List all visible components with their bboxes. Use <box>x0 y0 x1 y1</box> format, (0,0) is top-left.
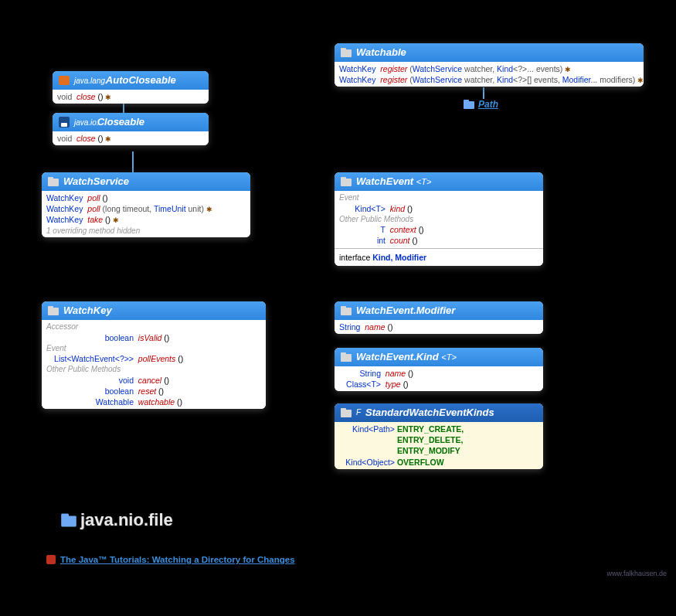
return-type: boolean <box>46 386 134 396</box>
return-type: String <box>339 368 381 379</box>
return-type: Kind<Object> <box>339 457 395 468</box>
body-closeable: void close () ✱ <box>53 131 209 145</box>
connector-line <box>132 151 134 172</box>
folder-icon <box>341 177 352 186</box>
params: () <box>158 386 164 396</box>
folder-icon <box>341 352 352 362</box>
const: ENTRY_DELETE, <box>397 435 463 444</box>
params: () <box>164 333 169 342</box>
return-type: List<WatchEvent<?>> <box>46 353 134 364</box>
method-name: name <box>386 369 406 378</box>
params: () <box>412 236 417 245</box>
body-watchevent: Event Kind<T> kind () Other Public Metho… <box>335 191 543 266</box>
pkg-label: java.lang. <box>74 77 107 85</box>
throws-marker: ✱ <box>105 135 111 143</box>
return-type: WatchKey <box>339 63 375 74</box>
body-watchkey: Accessor boolean isValid () Event List<W… <box>42 320 266 409</box>
inner-interfaces: interface Kind, Modifier <box>335 250 543 264</box>
folder-icon <box>341 48 352 57</box>
return-type: Kind<T> <box>339 203 386 214</box>
tutorial-link[interactable]: The Java™ Tutorials: Watching a Director… <box>46 555 295 564</box>
return-type: void <box>57 134 72 143</box>
path-link[interactable]: Path <box>464 99 498 110</box>
return-type: void <box>57 92 72 101</box>
method-name: kind <box>390 204 405 213</box>
throws-marker: ✱ <box>105 94 111 101</box>
params: () <box>408 369 413 378</box>
body-autocloseable: void close () ✱ <box>53 90 209 104</box>
hidden-methods-note: 1 overriding method hidden <box>42 226 250 237</box>
folder-icon <box>48 306 59 315</box>
method-name: cancel <box>138 376 161 385</box>
folder-icon <box>61 514 76 527</box>
header-watchkey: WatchKey <box>42 301 266 320</box>
params: () <box>387 322 392 332</box>
folder-icon <box>341 408 352 417</box>
params: () <box>98 92 104 101</box>
header-autocloseable: java.lang.AutoCloseable <box>53 71 209 90</box>
header-watchservice: WatchService <box>42 172 250 191</box>
params: () <box>403 379 409 389</box>
method-name: reset <box>138 386 156 396</box>
header-kind: WatchEvent.Kind <T> <box>335 348 543 366</box>
section-label: Event <box>335 192 543 203</box>
body-watchservice: WatchKey poll () WatchKey poll (long tim… <box>42 191 250 237</box>
return-type <box>339 434 395 445</box>
class-name: Watchable <box>356 46 406 58</box>
connector-line <box>483 87 484 99</box>
class-name: WatchEvent <box>356 175 413 187</box>
divider <box>335 248 543 249</box>
header-watchable: Watchable <box>335 43 644 62</box>
params: () <box>419 225 424 234</box>
header-standardkinds: F StandardWatchEventKinds <box>335 403 543 422</box>
watermark: www.falkhausen.de <box>606 570 667 577</box>
class-watchable: Watchable WatchKey register (WatchServic… <box>335 43 644 87</box>
const: OVERFLOW <box>397 458 444 467</box>
return-type: WatchKey <box>46 203 83 214</box>
package-name: java.nio.file <box>80 510 173 530</box>
folder-icon <box>341 306 352 315</box>
connector-line <box>123 103 124 113</box>
params: () <box>103 193 108 202</box>
return-type: Class<T> <box>339 379 381 390</box>
class-name: WatchEvent.Modifier <box>356 305 455 316</box>
return-type: Watchable <box>46 396 134 407</box>
method-name: count <box>390 236 410 245</box>
return-type <box>339 445 395 456</box>
method-name: register <box>380 75 407 84</box>
generic: <T> <box>441 352 457 362</box>
method-name: register <box>380 64 407 73</box>
params: () <box>407 204 413 213</box>
section-label: Other Public Methods <box>42 364 266 375</box>
return-type: WatchKey <box>46 192 83 203</box>
method-name: poll <box>87 204 100 213</box>
generic: <T> <box>416 177 432 186</box>
section-label: Event <box>42 343 266 354</box>
throws-marker: ✱ <box>113 216 119 224</box>
java-icon <box>59 76 70 85</box>
return-type: void <box>46 375 134 386</box>
return-type: int <box>339 235 386 246</box>
folder-icon <box>48 177 59 186</box>
class-watchevent: WatchEvent <T> Event Kind<T> kind () Oth… <box>335 172 543 266</box>
method-name: name <box>365 322 385 332</box>
method-name: pollEvents <box>138 354 175 363</box>
return-type: boolean <box>46 332 134 343</box>
throws-marker: ✱ <box>565 66 571 73</box>
params: () <box>105 215 110 224</box>
params: () <box>177 397 182 407</box>
params: () <box>98 134 104 143</box>
class-closeable: java.io.Closeable void close () ✱ <box>53 113 209 145</box>
package-title: java.nio.file <box>63 510 173 530</box>
class-standardkinds: F StandardWatchEventKinds Kind<Path> ENT… <box>335 403 543 469</box>
return-type: WatchKey <box>46 214 83 225</box>
header-watchevent: WatchEvent <T> <box>335 172 543 191</box>
link-text: The Java™ Tutorials: Watching a Director… <box>60 555 295 564</box>
class-autocloseable: java.lang.AutoCloseable void close () ✱ <box>53 71 209 104</box>
method-name: poll <box>87 193 100 202</box>
class-watchservice: WatchService WatchKey poll () WatchKey p… <box>42 172 250 237</box>
class-name: AutoCloseable <box>106 74 176 86</box>
params: () <box>164 376 169 385</box>
class-name: WatchEvent.Kind <box>356 351 439 362</box>
throws-marker: ✱ <box>206 206 212 213</box>
